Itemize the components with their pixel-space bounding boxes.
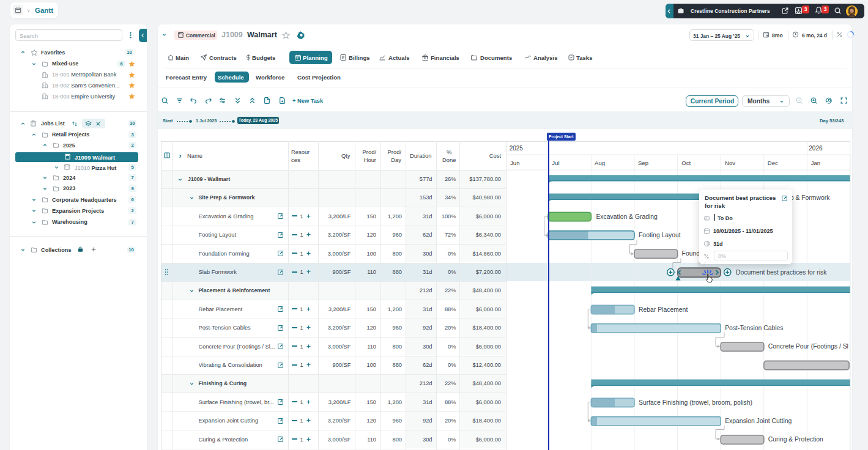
svg-text:Jul: Jul	[552, 159, 559, 166]
svg-text:Sep: Sep	[638, 159, 648, 166]
svg-text:Document best practices for ri: Document best practices for risk	[736, 268, 827, 275]
svg-text:Rebar Placement: Rebar Placement	[639, 306, 688, 312]
svg-text:Nov: Nov	[725, 159, 735, 166]
svg-text:Jan: Jan	[811, 159, 820, 166]
svg-text:Curing & Protection: Curing & Protection	[768, 436, 823, 443]
svg-text:Oct: Oct	[681, 159, 691, 166]
svg-text:2025: 2025	[510, 144, 524, 151]
svg-text:Post-Tension Cables: Post-Tension Cables	[725, 324, 783, 331]
svg-text:Dec: Dec	[768, 159, 778, 166]
svg-text:Excavation & Grading: Excavation & Grading	[596, 213, 658, 219]
svg-text:Expansion Joint Cutting: Expansion Joint Cutting	[725, 417, 792, 424]
svg-text:Jun: Jun	[510, 159, 519, 166]
svg-text:Aug: Aug	[595, 159, 605, 166]
svg-text:Concrete Pour (Footings / Sl: Concrete Pour (Footings / Sl	[768, 343, 848, 350]
svg-text:2026: 2026	[809, 144, 823, 151]
svg-text:Surface Finishing (trowel, bro: Surface Finishing (trowel, broom, polish…	[639, 399, 752, 405]
svg-text:Footing Layout: Footing Layout	[639, 231, 681, 238]
